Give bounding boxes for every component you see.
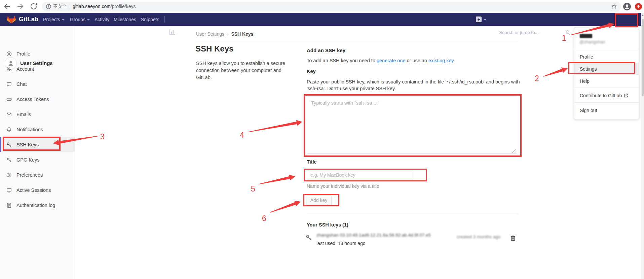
sidebar-item-authentication-log[interactable]: Authentication log [0, 198, 75, 213]
menu-divider [574, 102, 639, 103]
menu-item-label: Help [580, 78, 590, 84]
menu-item-profile[interactable]: Profile [574, 51, 639, 63]
profile-icon [6, 51, 12, 57]
preferences-icon [6, 172, 12, 178]
menu-item-contribute-to-gitlab[interactable]: Contribute to GitLab [574, 89, 639, 102]
email-icon [6, 112, 12, 117]
gitlab-logo-icon [7, 15, 16, 24]
page-scrollbar[interactable] [641, 13, 644, 279]
gitlab-home-link[interactable]: GitLab [7, 13, 38, 26]
address-bar[interactable]: 不安全 gitlab.seeyon.com/profile/keys [42, 2, 621, 11]
chevron-down-icon [484, 19, 486, 21]
sidebar-item-label: Preferences [16, 172, 43, 178]
title-field-wrap [307, 171, 413, 179]
key-field-wrap [307, 97, 517, 154]
search-icon [566, 30, 570, 35]
page-title: SSH Keys [195, 44, 233, 54]
key-title-input[interactable] [307, 171, 413, 179]
sidebar-item-account[interactable]: Account [0, 62, 75, 76]
nav-item-groups[interactable]: Groups [70, 13, 90, 26]
security-label[interactable]: 不安全 [53, 3, 66, 9]
nav-item-snippets[interactable]: Snippets [141, 13, 159, 26]
menu-divider [574, 88, 639, 88]
resize-handle[interactable] [512, 149, 516, 153]
chevron-down-icon [87, 19, 90, 21]
annotation-label-4: 4 [240, 131, 244, 139]
ssh-key-last-used: last used: 13 hours ago [316, 241, 366, 246]
generate-one-link[interactable]: generate one [377, 58, 405, 63]
browser-profile-icon[interactable] [623, 2, 631, 11]
breadcrumb: User Settings › SSH Keys [196, 31, 254, 37]
sidebar-item-profile[interactable]: Profile [0, 46, 75, 61]
menu-item-label: Settings [580, 66, 597, 72]
token-icon [6, 97, 12, 102]
sidebar-item-active-sessions[interactable]: Active Sessions [0, 183, 75, 198]
plus-icon: + [476, 16, 482, 22]
sidebar-item-gpg-keys[interactable]: GPG Keys [0, 152, 75, 167]
ssh-keys-list-title: Your SSH keys (1) [307, 222, 348, 228]
new-menu-button[interactable]: + [476, 13, 486, 26]
search-input[interactable] [496, 30, 566, 35]
breadcrumb-chevron-icon: › [227, 32, 228, 37]
sidebar-item-label: Chat [16, 81, 27, 87]
browser-back-icon[interactable] [3, 2, 11, 10]
nav-item-projects[interactable]: Projects [43, 13, 65, 26]
breadcrumb-divider [196, 42, 518, 42]
ssh-key-fingerprint-blurred: zhangshan 03.10:49.1ad6:12.21.6a.56.92:a… [316, 233, 431, 238]
sidebar-item-access-tokens[interactable]: Access Tokens [0, 92, 75, 107]
menu-item-settings[interactable]: Settings [574, 63, 639, 75]
browser-forward-icon[interactable] [16, 2, 24, 10]
gitlab-brand: GitLab [19, 16, 38, 23]
sidebar-item-chat[interactable]: Chat [0, 77, 75, 92]
breadcrumb-parent[interactable]: User Settings [196, 31, 224, 37]
nav-item-milestones[interactable]: Milestones [114, 13, 136, 26]
browser-refresh-icon[interactable] [30, 2, 38, 10]
annotation-arrow-6: 6 [262, 201, 301, 223]
annotation-label-5: 5 [251, 184, 255, 193]
bookmark-star-icon[interactable] [611, 3, 617, 9]
scrollbar-up-icon[interactable] [641, 14, 644, 17]
add-key-button[interactable]: Add key [306, 196, 332, 205]
user-username-blurred: @zhangshan [579, 39, 605, 44]
annotation-label-2: 2 [535, 74, 539, 83]
scrollbar-thumb[interactable] [642, 19, 644, 96]
sidebar-item-preferences[interactable]: Preferences [0, 168, 75, 182]
add-ssh-key-heading: Add an SSH key [307, 47, 345, 53]
ssh-key-textarea[interactable] [307, 97, 517, 154]
sidebar-item-notifications[interactable]: Notifications [0, 122, 75, 137]
sidebar-item-ssh-keys[interactable]: SSH Keys [0, 137, 75, 152]
navbar-search[interactable] [495, 28, 574, 37]
existing-key-link[interactable]: existing key [428, 58, 454, 63]
browser-update-icon[interactable] [635, 3, 642, 10]
ssh-key-created-blurred: created 3 months ago [457, 234, 501, 239]
menu-item-help[interactable]: Help [574, 75, 639, 87]
add-ssh-key-intro: To add an SSH key you need to generate o… [307, 57, 518, 64]
menu-item-sign-out[interactable]: Sign out [574, 104, 639, 117]
url-host[interactable]: gitlab.seeyon.com [73, 4, 111, 9]
navbar-separator [164, 16, 165, 23]
sidebar-item-label: GPG Keys [16, 157, 40, 163]
sidebar-item-label: Authentication log [16, 203, 55, 208]
sessions-icon [6, 187, 12, 193]
menu-divider [574, 49, 639, 49]
annotation-label-6: 6 [262, 214, 266, 223]
sidebar-item-label: Notifications [16, 127, 43, 132]
menu-item-label: Contribute to GitLab [580, 93, 622, 98]
nav-item-activity[interactable]: Activity [94, 13, 109, 26]
chevron-down-icon [62, 19, 65, 21]
url-path[interactable]: /profile/keys [111, 4, 136, 9]
title-label: Title [307, 159, 317, 165]
menu-item-label: Profile [580, 54, 593, 60]
page-description: SSH keys allow you to establish a secure… [196, 60, 294, 81]
charts-icon[interactable] [169, 29, 176, 35]
sidebar-item-label: Emails [16, 112, 31, 117]
delete-key-icon[interactable] [510, 235, 516, 241]
account-icon [6, 66, 12, 72]
gpg-key-icon [6, 157, 12, 163]
sidebar-item-emails[interactable]: Emails [0, 107, 75, 122]
user-name-blurred [580, 34, 592, 38]
sidebar-item-label: Profile [16, 51, 30, 57]
key-icon [6, 142, 12, 147]
info-icon[interactable] [46, 4, 51, 9]
title-help-text: Name your individual key via a title [307, 183, 379, 189]
